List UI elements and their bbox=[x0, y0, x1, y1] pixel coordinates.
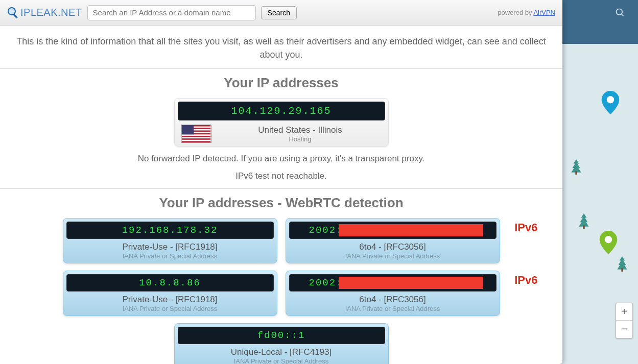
site-logo[interactable]: IPLEAK.NET bbox=[7, 7, 82, 19]
search-button[interactable]: Search bbox=[261, 6, 297, 19]
svg-rect-14 bbox=[181, 137, 210, 139]
webrtc-ip-value: 2002: bbox=[289, 222, 497, 239]
svg-rect-6 bbox=[621, 269, 623, 272]
zoom-in-button[interactable]: + bbox=[616, 303, 632, 321]
header-bar: IPLEAK.NET Search powered by AirVPN bbox=[0, 0, 562, 26]
webrtc-ip-label: Unique-Local - [RFC4193] bbox=[178, 347, 385, 357]
webrtc-ip-label: 6to4 - [RFC3056] bbox=[289, 295, 497, 305]
section-heading-webrtc: Your IP addresses - WebRTC detection bbox=[0, 195, 562, 211]
webrtc-ip-card: fd00::1Unique-Local - [RFC4193]IANA Priv… bbox=[174, 323, 389, 364]
webrtc-ip-label: Private-Use - [RFC1918] bbox=[66, 242, 274, 252]
svg-line-1 bbox=[622, 14, 624, 16]
powered-by: powered by AirVPN bbox=[498, 9, 555, 16]
svg-point-3 bbox=[605, 236, 612, 243]
logo-text: IPLEAK.NET bbox=[20, 7, 82, 18]
ipv6-test-message: IPv6 test not reachable. bbox=[0, 171, 562, 181]
webrtc-ip-value: 192.168.178.32 bbox=[66, 222, 274, 239]
svg-rect-16 bbox=[181, 125, 194, 134]
webrtc-ip-sublabel: IANA Private or Special Address bbox=[178, 357, 385, 364]
webrtc-ip-value: fd00::1 bbox=[178, 327, 385, 344]
zoom-control: + − bbox=[616, 303, 633, 338]
webrtc-ip-label: 6to4 - [RFC3056] bbox=[289, 242, 497, 252]
powered-by-link[interactable]: AirVPN bbox=[533, 9, 555, 16]
webrtc-ip-card: 10.8.8.86Private-Use - [RFC1918]IANA Pri… bbox=[63, 271, 277, 316]
tree-icon bbox=[578, 213, 589, 229]
redaction-bar bbox=[339, 224, 483, 236]
webrtc-ip-card: 2002:6to4 - [RFC3056]IANA Private or Spe… bbox=[286, 271, 500, 316]
map-pin-green-icon bbox=[599, 231, 618, 254]
webrtc-ip-sublabel: IANA Private or Special Address bbox=[289, 305, 497, 312]
search-icon[interactable] bbox=[615, 8, 625, 18]
webrtc-row: fd00::1Unique-Local - [RFC4193]IANA Priv… bbox=[0, 323, 562, 364]
ipv6-tag: IPv6 bbox=[514, 274, 537, 287]
main-ip-hosting: Hosting bbox=[219, 135, 382, 143]
svg-point-0 bbox=[617, 9, 623, 15]
section-heading-ip: Your IP addresses bbox=[0, 75, 562, 91]
webrtc-ip-label: Private-Use - [RFC1918] bbox=[66, 295, 274, 305]
us-flag-icon bbox=[181, 125, 211, 143]
forwarded-ip-message: No forwarded IP detected. If you are usi… bbox=[0, 154, 562, 164]
webrtc-ip-value: 2002: bbox=[289, 274, 497, 292]
map-pin-blue-icon bbox=[601, 91, 620, 114]
svg-point-2 bbox=[607, 96, 614, 103]
zoom-out-button[interactable]: − bbox=[616, 321, 632, 338]
webrtc-ip-sublabel: IANA Private or Special Address bbox=[66, 305, 274, 312]
webrtc-row: 10.8.8.86Private-Use - [RFC1918]IANA Pri… bbox=[0, 271, 562, 316]
svg-point-7 bbox=[8, 8, 15, 15]
webrtc-ip-sublabel: IANA Private or Special Address bbox=[289, 252, 497, 260]
redaction-bar bbox=[339, 277, 483, 289]
svg-rect-4 bbox=[575, 172, 577, 175]
svg-rect-15 bbox=[181, 140, 210, 141]
results-panel: IPLEAK.NET Search powered by AirVPN This… bbox=[0, 0, 562, 364]
ipv6-tag: IPv6 bbox=[514, 221, 537, 234]
webrtc-ip-card: 2002:6to4 - [RFC3056]IANA Private or Spe… bbox=[286, 218, 500, 263]
webrtc-ip-sublabel: IANA Private or Special Address bbox=[66, 252, 274, 260]
webrtc-row: 192.168.178.32Private-Use - [RFC1918]IAN… bbox=[0, 218, 562, 263]
main-ip-card: 104.129.29.165 United States - Illinois … bbox=[174, 98, 389, 147]
svg-rect-8 bbox=[13, 14, 18, 19]
main-ip-location: United States - Illinois bbox=[219, 125, 382, 135]
webrtc-ip-card: 192.168.178.32Private-Use - [RFC1918]IAN… bbox=[63, 218, 277, 263]
svg-rect-13 bbox=[181, 134, 210, 136]
webrtc-ip-value: 10.8.8.86 bbox=[66, 274, 274, 292]
lead-text: This is the kind of information that all… bbox=[0, 26, 562, 69]
magnifier-icon bbox=[7, 7, 19, 19]
tree-icon bbox=[617, 256, 628, 272]
search-input[interactable] bbox=[87, 5, 256, 20]
tree-icon bbox=[571, 159, 582, 175]
svg-rect-5 bbox=[583, 226, 584, 229]
main-ip-value: 104.129.29.165 bbox=[178, 102, 385, 120]
